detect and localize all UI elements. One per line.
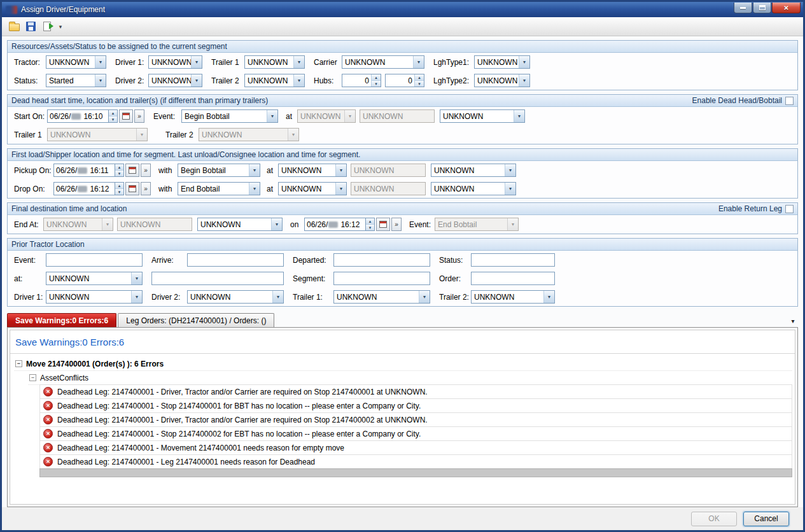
drop-event-select[interactable]: End Bobtail (178, 182, 260, 195)
chevron-down-icon (514, 110, 524, 122)
pickup-city-field: UNKNOWN (351, 164, 426, 177)
error-row[interactable]: Deadhead Leg: 2147400001 - Driver, Tract… (39, 412, 792, 427)
prior-event-field[interactable] (46, 253, 143, 267)
calendar-button[interactable] (125, 182, 139, 195)
chevron-down-icon (267, 110, 277, 122)
maximize-button[interactable] (753, 3, 771, 13)
prior-trailer2-select[interactable]: UNKNOWN (471, 290, 555, 304)
deadhead-event-select[interactable]: Begin Bobtail (181, 109, 278, 123)
spinner-arrows-icon[interactable] (414, 74, 424, 87)
lghtype2-label: LghType2: (433, 76, 474, 85)
collapse-icon[interactable] (15, 360, 22, 367)
assign-driver-equipment-window: Assign Driver/Equipment Resources/Assets… (0, 0, 805, 532)
datetime-spinner[interactable] (115, 164, 124, 177)
chevron-down-icon (505, 183, 515, 195)
calendar-button[interactable] (376, 218, 390, 231)
spinner-arrows-icon[interactable] (371, 74, 381, 87)
prior-segment-field[interactable] (333, 272, 430, 285)
start-on-datetime[interactable]: 06/26/16:10 (47, 109, 144, 123)
error-row[interactable]: Deadhead Leg: 2147400001 - Stop 21474000… (39, 426, 792, 441)
tractor-select[interactable]: UNKNOWN (46, 55, 106, 69)
status-select[interactable]: Started (46, 74, 106, 87)
hubs-label: Hubs: (314, 76, 342, 85)
chevron-down-icon (131, 272, 142, 284)
tree-root-row[interactable]: Move 2147400001 (Order(s) ): 6 Errors (14, 357, 792, 371)
tab-save-warnings-errors[interactable]: Save Warnings:0 Errors:6 (7, 313, 116, 327)
tree-group-row[interactable]: AssetConflicts (28, 371, 792, 385)
error-row[interactable]: Deadhead Leg: 2147400001 - Leg 214740000… (39, 454, 792, 469)
carrier-label: Carrier (314, 58, 342, 67)
trailer2-select[interactable]: UNKNOWN (244, 74, 305, 87)
drop-city-field: UNKNOWN (351, 182, 426, 195)
tab-leg-orders[interactable]: Leg Orders: (DH2147400001) / Orders: () (118, 313, 274, 327)
collapse-icon[interactable] (29, 374, 36, 381)
cancel-button[interactable]: Cancel (743, 512, 789, 526)
chevron-down-icon (335, 164, 346, 176)
prior-at-select[interactable]: UNKNOWN (46, 272, 143, 285)
datetime-more-button[interactable] (141, 182, 151, 195)
end-state-select[interactable]: UNKNOWN (197, 218, 283, 231)
save-button[interactable] (22, 19, 39, 34)
horizontal-scrollbar[interactable] (39, 468, 792, 477)
drop-state-select[interactable]: UNKNOWN (431, 182, 516, 195)
datetime-more-button[interactable] (134, 109, 144, 123)
footer: OK Cancel (2, 507, 803, 530)
pickup-event-select[interactable]: Begin Bobtail (178, 164, 260, 177)
datetime-spinner[interactable] (365, 218, 375, 231)
driver1-select[interactable]: UNKNOWN (148, 55, 202, 69)
open-button[interactable] (6, 19, 22, 34)
error-row[interactable]: Deadhead Leg: 2147400001 - Driver, Tract… (39, 384, 792, 399)
enable-deadhead-checkbox[interactable] (785, 97, 794, 105)
lghtype2-select[interactable]: UNKNOWN (474, 74, 530, 87)
section-final-title: Final destination time and location (11, 204, 127, 213)
ok-button: OK (691, 512, 737, 526)
prior-status-field[interactable] (471, 253, 555, 267)
enable-deadhead-label: Enable Dead Head/Bobtail (692, 96, 782, 105)
prior-driver2-select[interactable]: UNKNOWN (187, 290, 284, 304)
datetime-spinner[interactable] (108, 109, 118, 123)
minimize-button[interactable] (734, 3, 752, 13)
datetime-more-button[interactable] (391, 218, 402, 231)
datetime-spinner[interactable] (115, 182, 124, 195)
drop-on-datetime[interactable]: 06/26/16:12 (53, 182, 151, 195)
deadhead-state-select[interactable]: UNKNOWN (440, 109, 525, 123)
trailer1-select[interactable]: UNKNOWN (244, 55, 305, 69)
error-row[interactable]: Deadhead Leg: 2147400001 - Movement 2147… (39, 440, 792, 455)
pickup-at-label: at (267, 166, 278, 175)
prior-order-field[interactable] (471, 272, 555, 285)
calendar-icon (122, 113, 130, 120)
error-icon (43, 443, 53, 452)
enable-return-leg-checkbox[interactable] (785, 205, 794, 213)
calendar-button[interactable] (125, 164, 139, 177)
pickup-at-select[interactable]: UNKNOWN (278, 164, 347, 177)
error-icon (43, 457, 53, 466)
prior-order-label: Order: (439, 274, 471, 283)
pickup-on-datetime[interactable]: 06/26/16:11 (53, 164, 151, 177)
prior-arrive-field[interactable] (187, 253, 284, 267)
prior-location-field[interactable] (151, 272, 284, 285)
window-title: Assign Driver/Equipment (21, 5, 105, 14)
drop-at-label: at (267, 185, 278, 193)
datetime-more-button[interactable] (141, 164, 151, 177)
calendar-button[interactable] (119, 109, 133, 123)
hubs-spinner-1[interactable]: 0 (342, 74, 381, 87)
lghtype1-select[interactable]: UNKNOWN (474, 55, 530, 69)
deadhead-trailer2-select: UNKNOWN (199, 128, 299, 141)
carrier-select[interactable]: UNKNOWN (342, 55, 424, 69)
end-on-datetime[interactable]: 06/26/16:12 (304, 218, 402, 231)
tab-list-chevron-icon[interactable] (788, 318, 798, 327)
prior-driver1-select[interactable]: UNKNOWN (46, 290, 143, 304)
drop-at-select[interactable]: UNKNOWN (278, 182, 347, 195)
export-button[interactable] (39, 19, 55, 34)
hubs-spinner-2[interactable]: 0 (385, 74, 424, 87)
error-row[interactable]: Deadhead Leg: 2147400001 - Stop 21474000… (39, 398, 792, 413)
prior-trailer1-select[interactable]: UNKNOWN (333, 290, 430, 304)
prior-departed-field[interactable] (333, 253, 430, 267)
section-resources-title: Resources/Assets/Status to be assigned t… (11, 42, 227, 51)
pickup-state-select[interactable]: UNKNOWN (431, 164, 516, 177)
chevron-down-icon (136, 129, 147, 141)
driver2-select[interactable]: UNKNOWN (148, 74, 202, 87)
close-button[interactable] (772, 3, 801, 13)
chevron-down-icon (288, 129, 298, 141)
toolbar-overflow-chevron-icon[interactable] (57, 20, 64, 34)
